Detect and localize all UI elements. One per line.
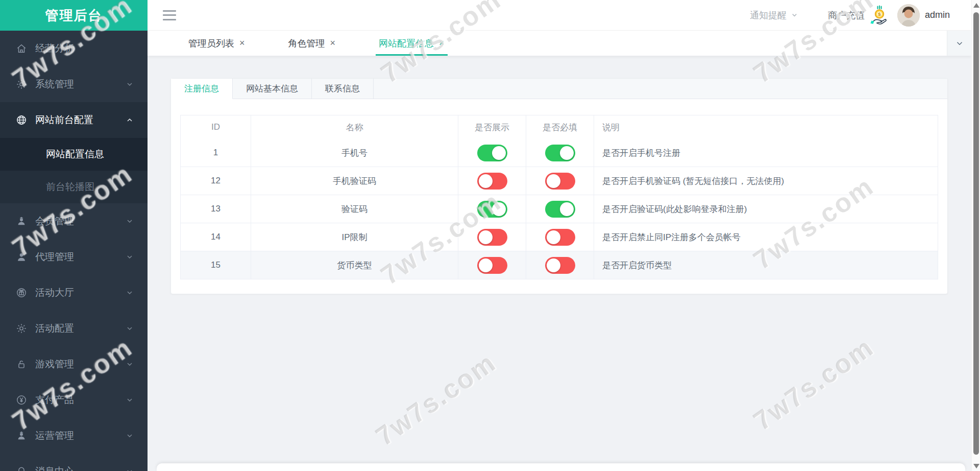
recharge-label: 商户充值 [828,9,865,21]
required-toggle[interactable] [545,145,575,161]
notification-dropdown[interactable]: 通知提醒 [750,9,798,21]
scroll-up-arrow[interactable] [973,3,979,8]
required-toggle[interactable] [545,257,575,274]
column-header-desc: 说明 [594,115,938,139]
card-tab-label: 注册信息 [184,83,219,95]
sidebar: 管理后台 经营分析 系统管理 [0,0,148,471]
page-tabbar: 管理员列表 × 角色管理 × 网站配置信息 × [148,31,971,56]
tab-label: 角色管理 [288,37,325,50]
required-toggle[interactable] [545,173,575,190]
admin-page: 管理后台 经营分析 系统管理 [0,0,980,471]
chevron-down-icon [126,360,134,368]
chevron-down-icon [126,80,134,88]
sidebar-subitem-frontend-carousel[interactable]: 前台轮播图 [0,171,148,203]
tab-label: 管理员列表 [188,37,234,50]
sidebar-item-frontend-config[interactable]: 网站前台配置 [0,102,148,138]
close-icon[interactable]: × [330,38,336,49]
show-toggle[interactable] [477,145,507,161]
card-tab-label: 联系信息 [325,83,360,95]
coin-hand-icon: $ [869,5,890,26]
sidebar-item-label: 活动大厅 [35,286,126,299]
tab-contact-info[interactable]: 联系信息 [312,79,374,99]
hamburger-menu-icon[interactable] [163,10,176,20]
chevron-up-icon [126,116,134,124]
column-header-required: 是否必填 [526,115,594,139]
yen-icon [15,394,28,406]
cell-name: 货币类型 [251,251,458,279]
tabbar-collapse-button[interactable] [947,31,971,56]
tab-site-config-info[interactable]: 网站配置信息 × [379,31,445,56]
gift-icon [15,287,28,299]
close-icon[interactable]: × [439,38,445,49]
sidebar-subitem-label: 网站配置信息 [46,148,104,161]
cell-desc: 是否开启货币类型 [594,251,938,279]
scrollbar-thumb[interactable] [973,12,979,455]
tab-register-info[interactable]: 注册信息 [171,79,233,99]
cell-name: 手机验证码 [251,167,458,195]
bell-icon [15,465,28,471]
merchant-recharge-button[interactable]: 商户充值 $ [828,5,890,26]
sidebar-item-member-management[interactable]: 会员管理 [0,203,148,239]
config-card: 注册信息 网站基本信息 联系信息 ID 名称 是否展示 [170,78,948,294]
chevron-down-icon [126,396,134,404]
sidebar-item-operations-management[interactable]: 运营管理 [0,418,148,454]
chevron-down-icon [126,289,134,297]
gear-icon [15,78,28,90]
header-right: 通知提醒 商户充值 $ [750,4,950,27]
show-toggle[interactable] [477,257,507,274]
chevron-down-icon [126,467,134,471]
table-header-row: ID 名称 是否展示 是否必填 说明 [181,115,938,139]
member-icon [15,215,28,227]
cell-desc: 是否开启手机验证码 (暂无短信接口，无法使用) [594,167,938,195]
operator-icon [15,430,28,442]
vertical-scrollbar[interactable] [971,0,980,471]
table-row: 1 手机号 是否开启手机号注册 [181,139,938,167]
show-toggle[interactable] [477,229,507,246]
required-toggle[interactable] [545,201,575,218]
next-card-edge [157,463,965,471]
required-toggle[interactable] [545,229,575,246]
cell-id: 15 [181,251,251,279]
sidebar-item-agent-management[interactable]: 代理管理 [0,239,148,275]
sidebar-item-business-analysis[interactable]: 经营分析 [0,31,148,66]
column-header-name: 名称 [251,115,458,139]
gear-icon [15,322,28,335]
chevron-down-icon [126,324,134,333]
user-avatar[interactable] [897,4,920,27]
person-icon [15,251,28,263]
column-header-show: 是否展示 [458,115,526,139]
cell-desc: 是否开启验证码(此处影响登录和注册) [594,195,938,223]
sidebar-item-label: 网站前台配置 [35,113,126,127]
sidebar-item-label: 会员管理 [35,215,126,228]
show-toggle[interactable] [477,173,507,190]
sidebar-item-label: 代理管理 [35,250,126,264]
table-body: 1 手机号 是否开启手机号注册 12 手机验证码 [181,139,938,279]
username-label: admin [925,10,950,20]
sidebar-item-payment-products[interactable]: 支付产品 [0,382,148,418]
sidebar-item-system-management[interactable]: 系统管理 [0,66,148,102]
sidebar-item-game-management[interactable]: 游戏管理 [0,346,148,382]
show-toggle[interactable] [477,201,507,218]
chevron-down-icon [126,217,134,225]
svg-text:$: $ [878,11,881,17]
sidebar-item-activity-config[interactable]: 活动配置 [0,311,148,346]
sidebar-item-label: 系统管理 [35,78,126,91]
card-tab-label: 网站基本信息 [246,83,298,95]
notification-label: 通知提醒 [750,9,787,21]
sidebar-item-message-center[interactable]: 消息中心 [0,454,148,471]
close-icon[interactable]: × [239,38,245,49]
sidebar-item-activity-hall[interactable]: 活动大厅 [0,275,148,311]
sidebar-menu: 经营分析 系统管理 网站前台配置 [0,31,148,471]
tab-site-basic-info[interactable]: 网站基本信息 [233,79,312,99]
scroll-down-arrow[interactable] [973,464,979,468]
tab-admin-list[interactable]: 管理员列表 × [188,31,245,56]
sidebar-submenu-frontend-config: 网站配置信息 前台轮播图 [0,138,148,203]
cell-name: IP限制 [251,223,458,251]
content-area: 注册信息 网站基本信息 联系信息 ID 名称 是否展示 [148,56,971,471]
cell-id: 1 [181,139,251,167]
tab-role-management[interactable]: 角色管理 × [288,31,336,56]
cell-desc: 是否开启手机号注册 [594,139,938,167]
table-row: 12 手机验证码 是否开启手机验证码 (暂无短信接口，无法使用) [181,167,938,195]
sidebar-subitem-site-config-info[interactable]: 网站配置信息 [0,138,148,171]
sidebar-item-label: 消息中心 [35,465,126,471]
